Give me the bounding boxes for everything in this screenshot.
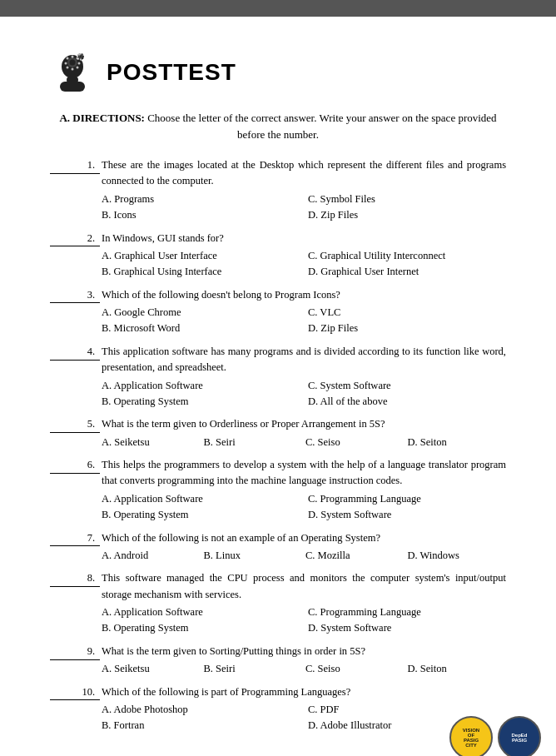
choice: D. Zip Files: [308, 321, 506, 336]
question-block: 5.What is the term given to Orderliness …: [50, 416, 506, 450]
question-number: 7.: [50, 530, 100, 547]
question-block: 1.These are the images located at the De…: [50, 157, 506, 224]
question-number: 8.: [50, 570, 100, 587]
choice: B. Operating System: [102, 620, 300, 636]
choice: A. Application Software: [102, 604, 300, 620]
question-content: In Windows, GUI stands for?A. Graphical …: [102, 231, 506, 281]
choice: A. Application Software: [102, 378, 300, 394]
choice: B. Icons: [102, 207, 300, 223]
choice: B. Seiri: [204, 661, 303, 677]
choice: A. Google Chrome: [102, 305, 300, 321]
choice: B. Fortran: [102, 718, 300, 734]
page-title: POSTTEST: [107, 59, 236, 86]
svg-point-7: [77, 67, 79, 69]
question-content: What is the term given to Sorting/Puttin…: [102, 644, 506, 678]
choices-container: A. Application SoftwareC. Programming La…: [102, 491, 506, 524]
question-number: 9.: [50, 644, 100, 660]
question-text: What is the term given to Sorting/Puttin…: [102, 644, 506, 659]
svg-point-8: [72, 68, 74, 71]
choice: B. Seiri: [204, 435, 303, 450]
directions-text: Choose the letter of the correct answer.…: [147, 112, 496, 141]
choice: C. Seiso: [305, 435, 405, 450]
question-number: 5.: [50, 416, 100, 433]
choice: A. Seiketsu: [102, 661, 201, 677]
choice: C. Seiso: [305, 661, 405, 677]
logo-deped: DepEdPASIG: [498, 716, 541, 756]
question-content: Which of the following doesn't belong to…: [102, 287, 506, 337]
choices-container: A. Graphical User InterfaceC. Graphical …: [102, 248, 506, 281]
choice: D. System Software: [308, 620, 506, 636]
question-number: 4.: [50, 344, 100, 361]
choice: A. Android: [102, 548, 201, 564]
question-content: This software managed the CPU process an…: [102, 570, 506, 637]
choice: A. Application Software: [102, 491, 300, 507]
choice: C. Graphical Utility Interconnect: [308, 248, 506, 264]
question-text: What is the term given to Orderliness or…: [102, 416, 506, 432]
question-block: 6.This helps the programmers to develop …: [50, 457, 506, 524]
question-number: 3.: [50, 287, 100, 304]
page: POSTTEST A. DIRECTIONS: Choose the lette…: [0, 17, 556, 756]
choices-container: A. SeiketsuB. SeiriC. SeisoD. Seiton: [102, 435, 506, 450]
svg-point-4: [72, 56, 74, 58]
choice: C. VLC: [308, 305, 506, 321]
choice: B. Graphical Using Interface: [102, 264, 300, 280]
question-number: 1.: [50, 157, 100, 174]
choices-container: A. Adobe PhotoshopC. PDFB. FortranD. Ado…: [102, 702, 506, 734]
question-number: 6.: [50, 457, 100, 474]
question-content: Which of the following is not an example…: [102, 530, 506, 565]
question-content: Which of the following is part of Progra…: [102, 684, 506, 734]
choice: D. Zip Files: [308, 207, 506, 223]
choice: C. Symbol Files: [308, 191, 506, 207]
svg-point-15: [82, 54, 84, 56]
svg-point-18: [80, 58, 82, 60]
question-block: 2.In Windows, GUI stands for?A. Graphica…: [50, 231, 506, 281]
choice: D. All of the above: [308, 394, 506, 410]
svg-point-17: [82, 59, 84, 61]
choice: B. Operating System: [102, 507, 300, 523]
choice: A. Seiketsu: [102, 435, 201, 450]
svg-point-12: [70, 60, 76, 66]
question-block: 7.Which of the following is not an examp…: [50, 530, 506, 565]
choice: C. Mozilla: [305, 548, 405, 564]
choices-container: A. ProgramsC. Symbol FilesB. IconsD. Zip…: [102, 191, 506, 224]
choice: D. Graphical User Internet: [308, 264, 506, 280]
question-content: This helps the programmers to develop a …: [102, 457, 506, 524]
choice: C. System Software: [308, 378, 506, 394]
svg-point-19: [77, 57, 79, 59]
questions-container: 1.These are the images located at the De…: [50, 157, 506, 734]
question-text: This application software has many progr…: [102, 344, 506, 376]
svg-point-16: [83, 57, 85, 58]
question-text: Which of the following is part of Progra…: [102, 684, 506, 700]
question-number: 2.: [50, 231, 100, 247]
header: POSTTEST: [50, 50, 506, 95]
question-content: This application software has many progr…: [102, 344, 506, 410]
choice: B. Operating System: [102, 394, 300, 410]
choice: A. Graphical User Interface: [102, 248, 300, 264]
svg-point-9: [67, 67, 69, 69]
svg-point-6: [78, 62, 81, 65]
question-block: 9.What is the term given to Sorting/Putt…: [50, 644, 506, 678]
choice: D. Seiton: [408, 661, 507, 677]
choice: A. Adobe Photoshop: [102, 702, 300, 718]
gear-icon: [50, 50, 95, 95]
svg-point-21: [78, 53, 80, 55]
choices-container: A. SeiketsuB. SeiriC. SeisoD. Seiton: [102, 661, 506, 677]
svg-point-11: [67, 57, 69, 60]
question-text: These are the images located at the Desk…: [102, 157, 506, 190]
question-block: 10.Which of the following is part of Pro…: [50, 684, 506, 734]
svg-point-10: [65, 62, 67, 65]
choices-container: A. AndroidB. LinuxC. MozillaD. Windows: [102, 548, 506, 564]
svg-point-20: [77, 55, 78, 57]
footer-logos: VISIONOFPASIGCITY DepEdPASIG: [449, 716, 541, 756]
choices-container: A. Application SoftwareC. Programming La…: [102, 604, 506, 637]
question-text: This software managed the CPU process an…: [102, 570, 506, 603]
choice: D. System Software: [308, 507, 506, 523]
question-text: In Windows, GUI stands for?: [102, 231, 506, 246]
choice: D. Windows: [408, 548, 507, 564]
question-content: These are the images located at the Desk…: [102, 157, 506, 224]
question-number: 10.: [50, 684, 100, 701]
directions: A. DIRECTIONS: Choose the letter of the …: [50, 110, 506, 142]
question-block: 4.This application software has many pro…: [50, 344, 506, 410]
choice: C. Programming Language: [308, 491, 506, 507]
choice: C. Programming Language: [308, 604, 506, 620]
